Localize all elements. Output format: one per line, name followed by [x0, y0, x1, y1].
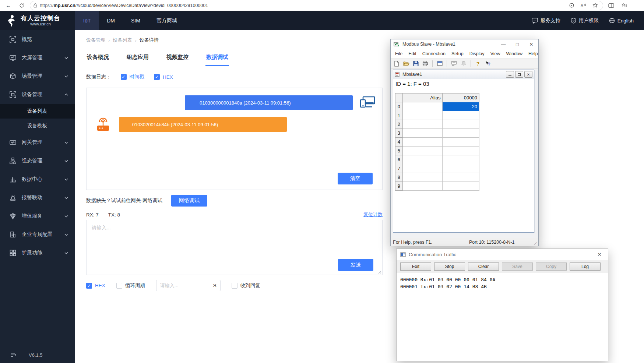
display-settings-icon[interactable]: [436, 60, 443, 67]
menu-setup[interactable]: Setup: [448, 51, 467, 56]
cycle-checkbox[interactable]: 循环周期: [116, 282, 145, 289]
value-cell[interactable]: [443, 164, 479, 173]
child-minimize-icon[interactable]: [506, 71, 514, 78]
help-icon[interactable]: ?: [474, 60, 482, 67]
alias-cell[interactable]: [403, 111, 443, 120]
menu-connection[interactable]: Connection: [419, 51, 448, 56]
child-restore-icon[interactable]: [515, 71, 523, 78]
mbslave1-child-window[interactable]: Mbslave1 ✕ ID = 1: F = 03 Alias 00000: [393, 70, 534, 233]
log-button[interactable]: Log: [570, 262, 601, 271]
sidebar-item-extensions[interactable]: 扩展功能: [0, 244, 75, 262]
favorites-bar-icon[interactable]: [620, 1, 629, 10]
checkbox-unchecked-icon[interactable]: [116, 283, 122, 289]
clear-button[interactable]: Clear: [468, 262, 499, 271]
tab-device-overview[interactable]: 设备概况: [86, 49, 110, 66]
sidebar-item-value-added[interactable]: 增值服务: [0, 207, 75, 225]
value-cell-selected[interactable]: 20: [443, 102, 479, 111]
menu-file[interactable]: File: [392, 51, 405, 56]
maximize-icon[interactable]: □: [510, 39, 524, 49]
location-icon[interactable]: [567, 1, 576, 10]
split-screen-icon[interactable]: [606, 1, 616, 10]
menu-window[interactable]: Window: [503, 51, 525, 56]
reset-counter-link[interactable]: 复位计数: [363, 211, 383, 218]
read-aloud-icon[interactable]: A: [578, 1, 588, 10]
favorite-star-icon[interactable]: [590, 1, 600, 10]
modbus-slave-window[interactable]: Modbus Slave - Mbslave1 — □ ✕ File Edit …: [390, 39, 539, 246]
reply-checkbox[interactable]: 收到回复: [232, 282, 260, 289]
checkbox-checked-icon[interactable]: ✓: [154, 74, 160, 80]
cycle-period-input[interactable]: [160, 283, 211, 288]
value-cell[interactable]: [443, 182, 479, 191]
checkbox-checked-icon[interactable]: ✓: [86, 283, 92, 289]
alias-cell[interactable]: [403, 129, 443, 138]
nav-tab-sim[interactable]: SIM: [123, 11, 148, 30]
menu-help[interactable]: Help: [525, 51, 541, 56]
clear-log-button[interactable]: 清空: [338, 173, 373, 184]
close-icon[interactable]: ✕: [524, 39, 538, 49]
alias-cell[interactable]: [403, 173, 443, 182]
sidebar-item-enterprise-config[interactable]: 企业专属配置: [0, 225, 75, 244]
breadcrumb-device-mgmt[interactable]: 设备管理: [86, 37, 105, 43]
value-cell[interactable]: [443, 129, 479, 138]
minimize-icon[interactable]: —: [496, 39, 510, 49]
alias-cell[interactable]: [403, 138, 443, 147]
traffic-log-content[interactable]: 000000-Rx:01 03 00 00 00 01 84 0A 000001…: [397, 273, 608, 361]
alias-cell[interactable]: [403, 164, 443, 173]
checkbox-checked-icon[interactable]: ✓: [121, 74, 127, 80]
child-close-icon[interactable]: ✕: [524, 71, 532, 78]
alias-cell[interactable]: [403, 147, 443, 155]
alias-cell[interactable]: [403, 155, 443, 164]
grid-col-00000[interactable]: 00000: [443, 94, 479, 102]
window-resize-grip-icon[interactable]: ⋰: [534, 242, 538, 245]
back-icon[interactable]: ←: [4, 1, 13, 10]
alias-cell[interactable]: [403, 182, 443, 191]
traffic-titlebar[interactable]: Communication Traffic ✕: [397, 249, 608, 260]
modbus-titlebar[interactable]: Modbus Slave - Mbslave1 — □ ✕: [391, 39, 538, 49]
grid-col-alias[interactable]: Alias: [403, 94, 443, 102]
value-cell[interactable]: [443, 138, 479, 147]
sidebar-item-overview[interactable]: 概览: [0, 30, 75, 49]
close-icon[interactable]: ✕: [595, 251, 604, 257]
sidebar-item-scada-mgmt[interactable]: 组态管理: [0, 152, 75, 170]
stop-button[interactable]: Stop: [434, 262, 465, 271]
service-support[interactable]: 服务支持: [532, 17, 560, 24]
value-cell[interactable]: [443, 111, 479, 120]
mbslave1-titlebar[interactable]: Mbslave1 ✕: [393, 70, 534, 79]
network-debug-button[interactable]: 网络调试: [171, 195, 207, 207]
address-bar[interactable]: https://mp.usr.cn/#/cloud/device/ViewDev…: [30, 1, 603, 10]
value-cell[interactable]: [443, 147, 479, 155]
user-permissions[interactable]: 用户权限: [571, 17, 599, 24]
save-file-icon[interactable]: [412, 60, 419, 67]
value-cell[interactable]: [443, 173, 479, 182]
menu-edit[interactable]: Edit: [405, 51, 419, 56]
alias-cell[interactable]: [403, 120, 443, 129]
context-help-icon[interactable]: ?: [484, 60, 491, 67]
value-cell[interactable]: [443, 120, 479, 129]
refresh-icon[interactable]: [17, 1, 27, 10]
menu-view[interactable]: View: [488, 51, 503, 56]
hex-display-checkbox[interactable]: ✓ HEX: [154, 74, 173, 80]
resize-grip-icon[interactable]: [377, 270, 381, 274]
sidebar-item-data-center[interactable]: 数据中心: [0, 170, 75, 188]
tab-scada-app[interactable]: 组态应用: [126, 49, 149, 66]
open-file-icon[interactable]: [402, 60, 410, 67]
breadcrumb-device-list[interactable]: 设备列表: [113, 37, 132, 43]
tab-data-debug[interactable]: 数据调试: [205, 49, 229, 66]
sidebar-item-gateway-mgmt[interactable]: 网关管理: [0, 133, 75, 152]
nav-tab-iot[interactable]: IoT: [75, 11, 99, 30]
sidebar-item-device-list[interactable]: 设备列表: [0, 104, 75, 119]
hex-send-checkbox[interactable]: ✓ HEX: [86, 283, 105, 289]
print-icon[interactable]: [422, 60, 429, 67]
exit-button[interactable]: Exit: [400, 262, 431, 271]
comm-monitor-icon[interactable]: [450, 60, 458, 67]
communication-traffic-window[interactable]: Communication Traffic ✕ Exit Stop Clear …: [396, 249, 608, 361]
sidebar-item-scene-mgmt[interactable]: 场景管理: [0, 67, 75, 85]
sidebar-item-device-template[interactable]: 设备模板: [0, 119, 75, 133]
alias-cell[interactable]: [403, 102, 443, 111]
sidebar-item-device-mgmt[interactable]: 设备管理: [0, 85, 75, 104]
menu-display[interactable]: Display: [467, 51, 488, 56]
sidebar-item-screen-mgmt[interactable]: 大屏管理: [0, 49, 75, 67]
checkbox-unchecked-icon[interactable]: [232, 283, 237, 289]
value-cell[interactable]: [443, 155, 479, 164]
nav-tab-mall[interactable]: 官方商城: [148, 11, 185, 30]
